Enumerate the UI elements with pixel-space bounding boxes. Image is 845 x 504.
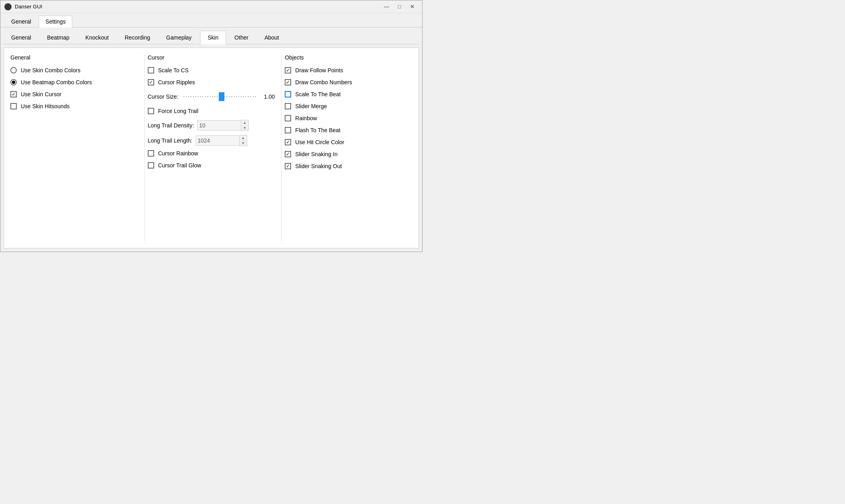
cursor-panel-title: Cursor (148, 54, 275, 61)
spinbox-length-up-button[interactable]: ▲ (240, 135, 247, 141)
scale-to-beat-label: Scale To The Beat (295, 91, 341, 97)
tab-beatmap[interactable]: Beatmap (40, 31, 77, 44)
use-beatmap-combo-colors-row: Use Beatmap Combo Colors (10, 79, 138, 85)
slider-merge-row: Slider Merge (285, 103, 412, 109)
window-controls: — □ ✕ (381, 3, 418, 11)
close-button[interactable]: ✕ (406, 3, 418, 11)
use-hit-circle-color-row: ✓ Use Hit Circle Color (285, 139, 412, 145)
draw-follow-points-checkbox[interactable]: ✓ (285, 67, 291, 73)
slider-merge-checkbox[interactable] (285, 103, 291, 109)
long-trail-density-row: Long Trail Density: ▲ ▼ (148, 120, 275, 131)
cursor-rainbow-checkbox[interactable] (148, 150, 154, 157)
sub-tab-bar: General Beatmap Knockout Recording Gamep… (4, 31, 419, 44)
tab-about[interactable]: About (257, 31, 287, 44)
tab-knockout[interactable]: Knockout (78, 31, 116, 44)
scale-to-cs-row: Scale To CS (148, 67, 275, 73)
general-panel-title: General (10, 54, 138, 61)
cursor-size-row: Cursor Size: 1.00 (148, 93, 275, 101)
cursor-ripples-checkbox[interactable]: ✓ (148, 79, 154, 85)
cursor-ripples-row: ✓ Cursor Ripples (148, 79, 275, 85)
use-skin-combo-colors-label: Use Skin Combo Colors (21, 67, 80, 73)
long-trail-density-spinbox: ▲ ▼ (197, 120, 249, 131)
app-icon (4, 3, 12, 10)
use-skin-combo-colors-row: Use Skin Combo Colors (10, 67, 138, 73)
tab-gameplay[interactable]: Gameplay (159, 31, 199, 44)
spinbox-length-down-button[interactable]: ▼ (240, 141, 247, 146)
minimize-button[interactable]: — (381, 3, 393, 11)
spinbox-buttons: ▲ ▼ (241, 120, 249, 131)
use-skin-hitsounds-row: Use Skin Hitsounds (10, 103, 138, 109)
tab-other[interactable]: Other (227, 31, 256, 44)
draw-combo-numbers-row: ✓ Draw Combo Numbers (285, 79, 412, 85)
rainbow-row: Rainbow (285, 115, 412, 121)
spinbox-length-buttons: ▲ ▼ (240, 135, 247, 146)
general-panel: General Use Skin Combo Colors Use Beatma… (10, 54, 145, 242)
flash-to-beat-checkbox[interactable] (285, 127, 291, 133)
slider-snaking-out-row: ✓ Slider Snaking Out (285, 163, 412, 169)
draw-follow-points-label: Draw Follow Points (295, 67, 343, 73)
use-beatmap-combo-colors-label: Use Beatmap Combo Colors (21, 79, 92, 85)
cursor-rainbow-row: Cursor Rainbow (148, 150, 275, 157)
main-tab-bar: General Settings (0, 13, 422, 28)
slider-snaking-out-checkbox[interactable]: ✓ (285, 163, 291, 169)
tab-skin[interactable]: Skin (200, 31, 226, 44)
force-long-trail-row: Force Long Trail (148, 108, 275, 114)
use-skin-hitsounds-checkbox[interactable] (10, 103, 17, 109)
long-trail-density-label: Long Trail Density: (148, 122, 194, 129)
cursor-trail-glow-checkbox[interactable] (148, 162, 154, 169)
tab-recording[interactable]: Recording (117, 31, 158, 44)
title-bar: Danser GUI — □ ✕ (0, 0, 422, 13)
cursor-size-slider[interactable] (183, 93, 258, 101)
draw-combo-numbers-label: Draw Combo Numbers (295, 79, 352, 85)
spinbox-down-button[interactable]: ▼ (241, 125, 248, 131)
long-trail-density-input[interactable] (197, 120, 241, 131)
long-trail-length-input[interactable] (196, 135, 240, 146)
content-area: General Beatmap Knockout Recording Gamep… (0, 28, 422, 252)
scale-to-beat-checkbox[interactable] (285, 91, 291, 97)
scale-to-cs-checkbox[interactable] (148, 67, 154, 73)
slider-snaking-in-checkbox[interactable]: ✓ (285, 151, 291, 157)
cursor-trail-glow-row: Cursor Trail Glow (148, 162, 275, 169)
long-trail-length-row: Long Trail Length: ▲ ▼ (148, 135, 275, 146)
long-trail-length-spinbox: ▲ ▼ (196, 135, 247, 146)
cursor-panel: Cursor Scale To CS ✓ Cursor Ripples Curs… (148, 54, 282, 242)
main-window: Danser GUI — □ ✕ General Settings Genera… (0, 0, 422, 252)
tab-general-main[interactable]: General (4, 16, 38, 27)
draw-follow-points-row: ✓ Draw Follow Points (285, 67, 412, 73)
long-trail-length-label: Long Trail Length: (148, 137, 192, 144)
cursor-rainbow-label: Cursor Rainbow (158, 150, 198, 157)
rainbow-checkbox[interactable] (285, 115, 291, 121)
slider-snaking-in-label: Slider Snaking In (295, 151, 337, 157)
force-long-trail-label: Force Long Trail (158, 108, 198, 114)
use-skin-hitsounds-label: Use Skin Hitsounds (21, 103, 69, 109)
cursor-size-value: 1.00 (260, 93, 275, 100)
slider-snaking-in-row: ✓ Slider Snaking In (285, 151, 412, 157)
scale-to-cs-label: Scale To CS (158, 67, 189, 73)
use-hit-circle-color-label: Use Hit Circle Color (295, 139, 344, 145)
objects-panel-title: Objects (285, 54, 412, 61)
slider-thumb[interactable] (219, 92, 224, 101)
objects-panel: Objects ✓ Draw Follow Points ✓ Draw Comb… (285, 54, 412, 242)
panels-container: General Use Skin Combo Colors Use Beatma… (4, 48, 419, 248)
cursor-trail-glow-label: Cursor Trail Glow (158, 162, 201, 169)
use-skin-cursor-row: ✓ Use Skin Cursor (10, 91, 138, 97)
force-long-trail-checkbox[interactable] (148, 108, 154, 114)
slider-snaking-out-label: Slider Snaking Out (295, 163, 342, 169)
use-skin-cursor-checkbox[interactable]: ✓ (10, 91, 17, 97)
maximize-button[interactable]: □ (393, 3, 405, 11)
flash-to-beat-label: Flash To The Beat (295, 127, 340, 133)
use-hit-circle-color-checkbox[interactable]: ✓ (285, 139, 291, 145)
spinbox-up-button[interactable]: ▲ (241, 120, 248, 125)
slider-merge-label: Slider Merge (295, 103, 327, 109)
flash-to-beat-row: Flash To The Beat (285, 127, 412, 133)
cursor-size-label: Cursor Size: (148, 93, 179, 100)
tab-general[interactable]: General (4, 31, 39, 44)
cursor-ripples-label: Cursor Ripples (158, 79, 195, 85)
draw-combo-numbers-checkbox[interactable]: ✓ (285, 79, 291, 85)
scale-to-beat-row: Scale To The Beat (285, 91, 412, 97)
app-title: Danser GUI (15, 4, 381, 10)
tab-settings-main[interactable]: Settings (39, 16, 73, 28)
use-skin-combo-colors-radio[interactable] (10, 67, 17, 73)
use-skin-cursor-label: Use Skin Cursor (21, 91, 61, 97)
use-beatmap-combo-colors-radio[interactable] (10, 79, 17, 85)
